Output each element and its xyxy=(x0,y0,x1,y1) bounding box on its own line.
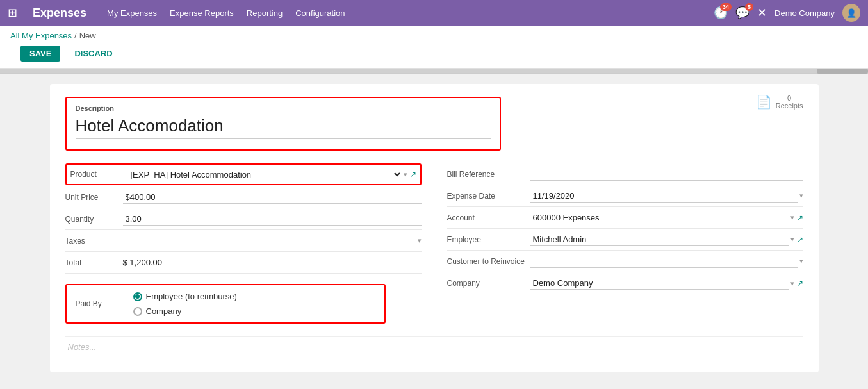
form-card: 📄 0 Receipts Description Product [EXP_HA… xyxy=(50,84,819,372)
topnav-right: 🕐 34 💬 5 ✕ Demo Company 👤 xyxy=(714,4,860,22)
expense-date-field-row: Expense Date ▾ xyxy=(447,185,803,207)
nav-expense-reports[interactable]: Expense Reports xyxy=(170,8,234,18)
paid-by-company-option[interactable]: Company xyxy=(133,306,237,316)
main-content: 📄 0 Receipts Description Product [EXP_HA… xyxy=(0,74,868,383)
employee-label: Employee xyxy=(447,235,530,244)
taxes-label: Taxes xyxy=(65,236,123,245)
discard-button[interactable]: DISCARD xyxy=(65,46,121,62)
bill-reference-input[interactable] xyxy=(530,168,803,181)
nav-menu: My Expenses Expense Reports Reporting Co… xyxy=(107,8,701,18)
description-section: Description xyxy=(65,97,501,151)
clock-badge-count: 34 xyxy=(720,3,732,11)
total-value: $ 1,200.00 xyxy=(123,258,422,267)
notes-placeholder: Notes... xyxy=(68,342,97,352)
taxes-field-row: Taxes ▾ xyxy=(65,230,422,252)
employee-option-label: Employee (to reimburse) xyxy=(146,292,237,301)
breadcrumb-bar: All My Expenses / New SAVE DISCARD xyxy=(0,26,868,69)
account-label: Account xyxy=(447,213,530,222)
company-external-link-icon[interactable]: ↗ xyxy=(797,279,803,288)
expense-date-label: Expense Date xyxy=(447,192,530,201)
employee-external-link-icon[interactable]: ↗ xyxy=(797,235,803,244)
product-select[interactable]: [EXP_HA] Hotel Accommodation xyxy=(128,169,402,180)
product-field-row: Product [EXP_HA] Hotel Accommodation ▾ ↗ xyxy=(65,163,422,185)
breadcrumb-current: New xyxy=(79,31,96,40)
quantity-label: Quantity xyxy=(65,215,123,224)
top-navigation: ⊞ Expenses My Expenses Expense Reports R… xyxy=(0,0,868,26)
receipts-count: 0 xyxy=(787,94,791,102)
employee-dropdown-arrow: ▾ xyxy=(790,235,794,244)
account-dropdown-arrow: ▾ xyxy=(790,213,794,222)
expense-date-dropdown-arrow: ▾ xyxy=(799,192,803,200)
scrollbar-hint xyxy=(0,69,868,74)
company-radio-button[interactable] xyxy=(133,307,142,316)
paid-by-employee-option[interactable]: Employee (to reimburse) xyxy=(133,292,237,301)
account-input[interactable] xyxy=(530,211,789,224)
product-dropdown-arrow: ▾ xyxy=(404,170,407,179)
chat-badge-count: 5 xyxy=(745,3,753,11)
notes-area[interactable]: Notes... xyxy=(65,336,803,357)
product-label: Product xyxy=(70,170,128,179)
unit-price-input[interactable] xyxy=(123,191,422,204)
paid-by-radio-group: Employee (to reimburse) Company xyxy=(133,292,237,316)
avatar[interactable]: 👤 xyxy=(842,4,860,22)
description-label: Description xyxy=(76,104,491,112)
chat-badge-button[interactable]: 💬 5 xyxy=(735,6,749,20)
save-button[interactable]: SAVE xyxy=(20,46,60,62)
account-external-link-icon[interactable]: ↗ xyxy=(797,213,803,222)
company-label: Company xyxy=(447,279,530,288)
customer-reinvoice-label: Customer to Reinvoice xyxy=(447,257,530,266)
company-name: Demo Company xyxy=(774,8,835,18)
receipts-icon: 📄 xyxy=(756,94,772,110)
bill-reference-field-row: Bill Reference xyxy=(447,163,803,185)
scroll-thumb[interactable] xyxy=(817,69,868,74)
total-field-row: Total $ 1,200.00 xyxy=(65,252,422,274)
quantity-field-row: Quantity xyxy=(65,208,422,230)
nav-my-expenses[interactable]: My Expenses xyxy=(107,8,157,18)
customer-reinvoice-input[interactable] xyxy=(530,255,798,268)
employee-radio-button[interactable] xyxy=(133,292,142,301)
close-icon[interactable]: ✕ xyxy=(757,6,767,20)
paid-by-label: Paid By xyxy=(76,299,133,308)
receipts-text: Receipts xyxy=(776,102,803,110)
breadcrumb: All My Expenses / New xyxy=(10,31,858,40)
employee-field-row: Employee ▾ ↗ xyxy=(447,229,803,251)
company-field-row: Company ▾ ↗ xyxy=(447,272,803,294)
taxes-dropdown-arrow: ▾ xyxy=(418,236,422,245)
account-field-row: Account ▾ ↗ xyxy=(447,207,803,229)
nav-reporting[interactable]: Reporting xyxy=(247,8,283,18)
bill-reference-label: Bill Reference xyxy=(447,170,530,179)
employee-input[interactable] xyxy=(530,233,789,246)
action-bar: SAVE DISCARD xyxy=(10,40,858,68)
product-external-link-icon[interactable]: ↗ xyxy=(410,170,416,179)
company-input[interactable] xyxy=(530,277,789,290)
expense-date-input[interactable] xyxy=(530,190,798,203)
description-input[interactable] xyxy=(76,116,491,139)
receipts-area[interactable]: 📄 0 Receipts xyxy=(756,94,803,110)
nav-configuration[interactable]: Configuration xyxy=(295,8,345,18)
breadcrumb-parent[interactable]: All My Expenses xyxy=(10,31,72,40)
company-dropdown-arrow: ▾ xyxy=(790,279,794,288)
breadcrumb-separator: / xyxy=(74,31,77,40)
customer-reinvoice-dropdown-arrow: ▾ xyxy=(799,257,803,265)
paid-by-section: Paid By Employee (to reimburse) Company xyxy=(65,284,386,324)
quantity-input[interactable] xyxy=(123,213,422,226)
right-column: Bill Reference Expense Date ▾ Account ▾ … xyxy=(447,163,803,324)
clock-badge-button[interactable]: 🕐 34 xyxy=(714,6,728,20)
receipts-label: 0 Receipts xyxy=(776,94,803,110)
customer-reinvoice-field-row: Customer to Reinvoice ▾ xyxy=(447,251,803,272)
unit-price-label: Unit Price xyxy=(65,193,123,202)
total-label: Total xyxy=(65,258,123,267)
grid-icon[interactable]: ⊞ xyxy=(8,6,17,20)
taxes-input[interactable] xyxy=(123,235,416,247)
left-column: Product [EXP_HA] Hotel Accommodation ▾ ↗… xyxy=(65,163,422,324)
app-title: Expenses xyxy=(33,6,86,20)
form-grid: Product [EXP_HA] Hotel Accommodation ▾ ↗… xyxy=(65,163,803,324)
unit-price-field-row: Unit Price xyxy=(65,186,422,208)
company-option-label: Company xyxy=(146,306,182,316)
